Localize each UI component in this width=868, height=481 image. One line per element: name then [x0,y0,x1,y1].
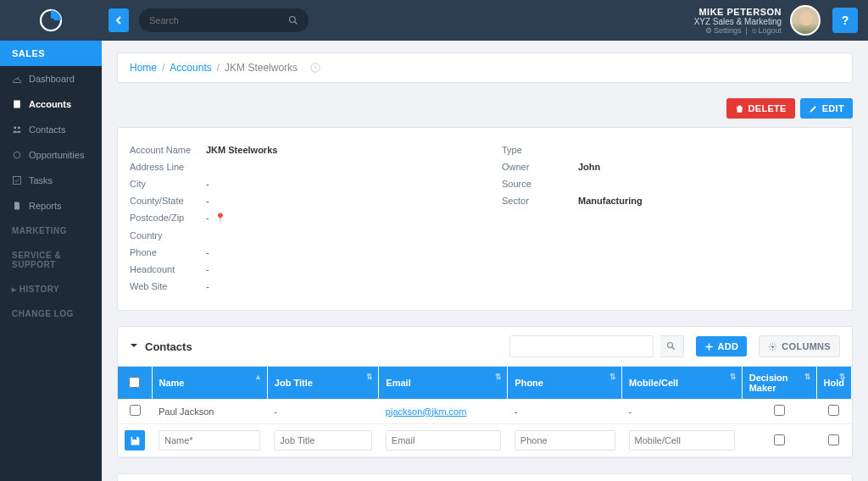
detail-label: County/State [130,196,206,206]
search-input[interactable] [149,15,288,25]
col-hold[interactable]: Hold⇅ [816,367,852,399]
detail-label: Country [130,230,206,240]
svg-line-11 [672,347,675,350]
contacts-columns-button[interactable]: COLUMNS [759,335,840,357]
help-button[interactable]: ? [832,8,858,33]
detail-label: Source [502,179,578,189]
topbar: MIKE PETERSON XYZ Sales & Marketing ⚙ Se… [0,0,868,41]
search-icon [666,341,676,351]
save-icon [130,435,141,446]
details-right-col: TypeOwnerJohnSourceSectorManufacturing [502,141,840,295]
new-contact-phone[interactable] [515,430,615,451]
svg-rect-4 [14,101,20,108]
breadcrumb-current: JKM Steelworks [225,62,298,74]
logout-link[interactable]: ⎋ Logout [752,26,782,35]
col-phone[interactable]: Phone⇅ [508,367,622,399]
contacts-add-button[interactable]: ADD [696,336,748,357]
contact-email[interactable]: pjackson@jkm.com [386,406,467,417]
new-contact-decision[interactable] [774,434,785,445]
contact-row: Paul Jackson - pjackson@jkm.com - - [118,399,852,424]
detail-row: Postcode/Zip-📍 [130,209,468,227]
check-icon [12,175,22,185]
caret-down-icon [130,341,138,350]
detail-value: John [578,162,600,172]
contact-phone: - [508,399,622,424]
new-contact-hold[interactable] [828,434,839,445]
sidebar-section-service[interactable]: SERVICE & SUPPORT [0,243,102,277]
detail-row: Phone- [130,244,468,261]
sidebar-section-marketing[interactable]: MARKETING [0,218,102,243]
new-contact-job[interactable] [274,430,372,451]
svg-rect-8 [14,177,21,185]
record-actions: DELETE EDIT [117,98,853,119]
clock-icon [309,62,321,74]
col-name[interactable]: Name ▲ [152,367,267,399]
contact-save-button[interactable] [125,430,145,451]
sidebar-section-changelog[interactable]: CHANGE LOG [0,301,102,326]
col-jobtitle[interactable]: Job Title⇅ [267,367,379,399]
app-logo-icon [38,8,64,33]
detail-label: Sector [502,196,578,206]
detail-label: Address Line [130,162,206,172]
new-contact-name[interactable] [159,430,260,451]
sidebar-item-accounts[interactable]: Accounts [0,91,102,117]
map-pin-icon[interactable]: 📍 [214,213,226,223]
new-contact-mobile[interactable] [629,430,736,451]
contacts-collapse-toggle[interactable] [130,340,138,352]
detail-value: - [206,281,209,291]
contacts-select-all[interactable] [118,367,152,399]
detail-row: Source [502,175,840,192]
delete-button[interactable]: DELETE [726,98,795,119]
trash-icon [735,104,744,113]
sidebar-item-contacts[interactable]: Contacts [0,117,102,142]
detail-label: Type [502,145,578,155]
contact-new-row [118,424,852,457]
edit-button[interactable]: EDIT [800,98,853,119]
contact-hold-checkbox[interactable] [828,405,839,416]
detail-label: Owner [502,162,578,172]
contact-job: - [267,399,379,424]
contact-decision-checkbox[interactable] [774,405,785,416]
settings-link[interactable]: ⚙ Settings [705,26,742,35]
col-mobile[interactable]: Mobile/Cell⇅ [622,367,743,399]
pencil-icon [809,104,818,113]
detail-row: City- [130,175,468,192]
contacts-panel-header: Contacts ADD COLUMNS [118,327,852,367]
detail-label: Web Site [130,281,206,291]
svg-point-7 [14,152,20,158]
details-left-col: Account NameJKM SteelworksAddress LineCi… [130,141,468,295]
main-content: Home / Accounts / JKM Steelworks DELETE … [102,41,868,481]
detail-row: County/State- [130,192,468,209]
col-decision[interactable]: Decision Maker⇅ [742,367,816,399]
user-avatar[interactable] [790,5,821,36]
detail-label: Account Name [130,145,206,155]
building-icon [12,99,22,109]
target-icon [12,150,22,160]
detail-label: Phone [130,247,206,257]
breadcrumb-home[interactable]: Home [130,62,157,74]
contacts-search-input[interactable] [509,335,654,357]
breadcrumb-accounts[interactable]: Accounts [170,62,211,74]
breadcrumb: Home / Accounts / JKM Steelworks [117,53,853,83]
contact-row-checkbox[interactable] [130,405,141,416]
new-contact-email[interactable] [386,430,501,451]
sidebar-item-reports[interactable]: Reports [0,193,102,218]
sidebar-item-tasks[interactable]: Tasks [0,168,102,193]
contacts-search-button[interactable] [660,335,684,357]
search-box [139,8,309,32]
sidebar-item-dashboard[interactable]: Dashboard [0,66,102,91]
contact-name[interactable]: Paul Jackson [152,399,267,424]
svg-point-6 [18,126,20,129]
sidebar-toggle-button[interactable] [108,8,129,32]
svg-point-5 [14,126,16,129]
search-icon [288,15,298,25]
dashboard-icon [12,74,22,84]
sidebar-item-opportunities[interactable]: Opportunities [0,142,102,168]
col-email[interactable]: Email⇅ [379,367,508,399]
detail-value: JKM Steelworks [206,145,277,155]
detail-row: SectorManufacturing [502,192,840,209]
sidebar: SALES Dashboard Accounts Contacts Opport… [0,41,102,481]
sidebar-section-history[interactable]: ▸ HISTORY [0,277,102,301]
sidebar-section-sales[interactable]: SALES [0,41,102,66]
detail-row: Country [130,227,468,244]
